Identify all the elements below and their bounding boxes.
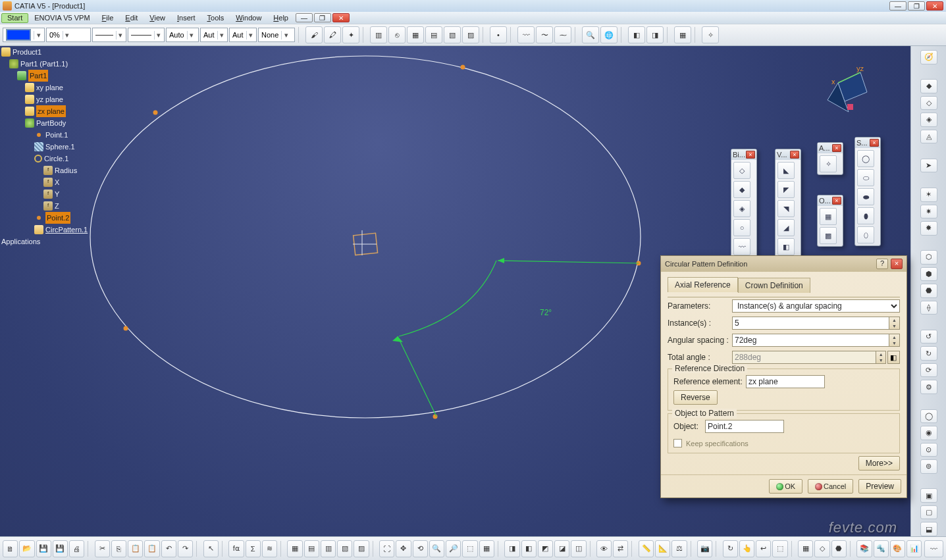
bolt-icon[interactable]: 🔩 — [874, 540, 889, 557]
tree-radius[interactable]: Radius — [55, 165, 77, 176]
mdi-close-button[interactable]: ✕ — [332, 13, 350, 22]
tree-x[interactable]: X — [55, 176, 59, 188]
fit-all-icon[interactable]: ⛶ — [379, 540, 394, 557]
pbtn[interactable]: ⬮ — [857, 207, 874, 224]
palette-bi[interactable]: Bi...× ◇ ◆ ◈ ○ 〰 — [731, 149, 757, 258]
rs-icon[interactable]: ⟳ — [920, 363, 937, 378]
grid-toggle-icon[interactable]: ▦ — [798, 540, 813, 557]
save-all-icon[interactable]: 💾 — [53, 540, 68, 557]
menu-edit[interactable]: Edit — [119, 12, 144, 24]
iso-icon[interactable]: ◨ — [504, 540, 519, 557]
shading-icon[interactable]: ◩ — [538, 540, 553, 557]
wiz-icon[interactable]: ✦ — [342, 26, 359, 43]
pbtn[interactable]: ◣ — [777, 162, 795, 179]
tree-circle1[interactable]: Circle.1 — [44, 153, 68, 165]
tree-yz-plane[interactable]: yz plane — [36, 93, 63, 105]
instances-spinner[interactable]: ▲▼ — [889, 317, 900, 330]
pbtn[interactable]: ◤ — [777, 181, 795, 198]
pbtn[interactable]: ⬬ — [857, 188, 874, 205]
object-input[interactable] — [705, 420, 784, 433]
rs-icon[interactable]: ◆ — [920, 79, 937, 93]
auto1-combo[interactable]: Auto▾ — [166, 28, 199, 42]
pan-icon[interactable]: ✥ — [396, 540, 411, 557]
pbtn[interactable]: ⬭ — [857, 169, 874, 186]
tree-point2[interactable]: Point.2 — [45, 212, 70, 224]
open-icon[interactable]: 📂 — [19, 540, 34, 557]
rs-icon[interactable]: ⬡ — [920, 250, 937, 265]
spin-icon[interactable]: ↻ — [723, 540, 738, 557]
instances-input[interactable] — [732, 317, 889, 330]
globe-icon[interactable]: 🌐 — [600, 26, 618, 43]
palette-close-icon[interactable]: × — [746, 151, 755, 159]
rs-icon[interactable]: ◇ — [920, 96, 937, 111]
menu-window[interactable]: Window — [230, 12, 267, 24]
palette-o[interactable]: O...× ▦ ▩ — [817, 195, 843, 247]
pbtn[interactable]: ◈ — [733, 200, 750, 217]
pbtn[interactable]: ◥ — [777, 200, 795, 217]
pointer-icon[interactable]: ↖ — [203, 540, 219, 557]
reference-element-input[interactable] — [746, 375, 825, 388]
brush-icon[interactable]: 🖍 — [324, 26, 341, 43]
rs-icon[interactable]: ◈ — [920, 113, 937, 127]
palette-v[interactable]: V...× ◣ ◤ ◥ ◢ ◧ — [775, 149, 801, 258]
render-icon[interactable]: 🎨 — [890, 540, 905, 557]
palette-close-icon[interactable]: × — [870, 139, 879, 147]
none-combo[interactable]: None▾ — [258, 28, 295, 42]
percent-combo[interactable]: 0%▾ — [46, 28, 91, 42]
rs-icon[interactable]: ▣ — [920, 488, 937, 503]
cube-icon[interactable]: ◧ — [628, 26, 645, 43]
copy-icon[interactable]: ⎘ — [111, 540, 126, 557]
mdi-minimize-button[interactable]: — — [296, 13, 313, 22]
rs-icon[interactable]: ↺ — [920, 330, 937, 344]
tree-circpattern[interactable]: CircPattern.1 — [45, 224, 88, 236]
palette-close-icon[interactable]: × — [790, 151, 799, 159]
paste-icon[interactable]: 📋 — [128, 540, 143, 557]
rs-icon[interactable]: ✷ — [920, 205, 937, 219]
rs-icon[interactable]: ⟠ — [920, 301, 937, 315]
view-compass[interactable]: x yz — [814, 59, 874, 118]
wand-icon[interactable]: ✧ — [702, 26, 719, 43]
zoom-out-icon[interactable]: 🔎 — [446, 540, 461, 557]
new-icon[interactable]: 🗎 — [3, 540, 18, 557]
ds-logo-icon[interactable]: 〰 — [924, 540, 943, 557]
hide-icon[interactable]: 👁 — [596, 540, 612, 557]
parameters-select[interactable]: Instance(s) & angular spacing — [732, 299, 900, 313]
rs-icon[interactable]: ◉ — [920, 426, 937, 440]
maximize-button[interactable]: ❐ — [908, 1, 925, 11]
more-button[interactable]: More>> — [858, 456, 900, 471]
tree-xy-plane[interactable]: xy plane — [36, 82, 63, 93]
angular-spacing-spinner[interactable]: ▲▼ — [889, 334, 900, 347]
link-icon[interactable]: ⎋ — [388, 26, 406, 43]
rs-icon[interactable]: ▢ — [920, 505, 937, 520]
measure3-icon[interactable]: ⚖ — [671, 540, 687, 557]
tree-point1[interactable]: Point.1 — [45, 129, 68, 141]
look-icon[interactable]: 👆 — [739, 540, 754, 557]
palette-s[interactable]: S...× ◯ ⬭ ⬬ ⬮ ⬯ — [854, 137, 881, 246]
menu-enovia[interactable]: ENOVIA V5 VPM — [28, 12, 95, 24]
mdi-restore-button[interactable]: ❐ — [314, 13, 331, 22]
pbtn[interactable]: ◇ — [733, 162, 750, 179]
rs-icon[interactable]: ✶ — [920, 188, 937, 202]
normal-view-icon[interactable]: ⬚ — [462, 540, 477, 557]
tree-part[interactable]: Part1 — [28, 70, 48, 82]
tree-z[interactable]: Z — [55, 200, 59, 212]
pbtn[interactable]: 〰 — [733, 238, 750, 255]
save-icon[interactable]: 💾 — [36, 540, 51, 557]
tree-zx-plane[interactable]: zx plane — [36, 105, 66, 117]
tree-product[interactable]: Product1 — [13, 46, 41, 58]
menu-insert[interactable]: Insert — [171, 12, 201, 24]
redo-icon[interactable]: ↷ — [178, 540, 193, 557]
bottom-icon[interactable]: ▥ — [321, 540, 336, 557]
pbtn[interactable]: ◯ — [857, 150, 874, 167]
paste-special-icon[interactable]: 📋 — [144, 540, 159, 557]
color-combo[interactable]: ▾ — [3, 28, 45, 42]
tree-partbody[interactable]: PartBody — [36, 117, 66, 129]
curve3-icon[interactable]: ⁓ — [554, 26, 571, 43]
preview-button[interactable]: Preview — [858, 479, 901, 494]
paint-icon[interactable]: 🖌 — [305, 26, 323, 43]
rs-icon[interactable]: ⊚ — [920, 459, 937, 474]
print-icon[interactable]: 🖨 — [69, 540, 84, 557]
undo-icon[interactable]: ↶ — [161, 540, 176, 557]
wire-icon[interactable]: ◫ — [571, 540, 586, 557]
apply-mat-icon[interactable]: ⬣ — [831, 540, 847, 557]
